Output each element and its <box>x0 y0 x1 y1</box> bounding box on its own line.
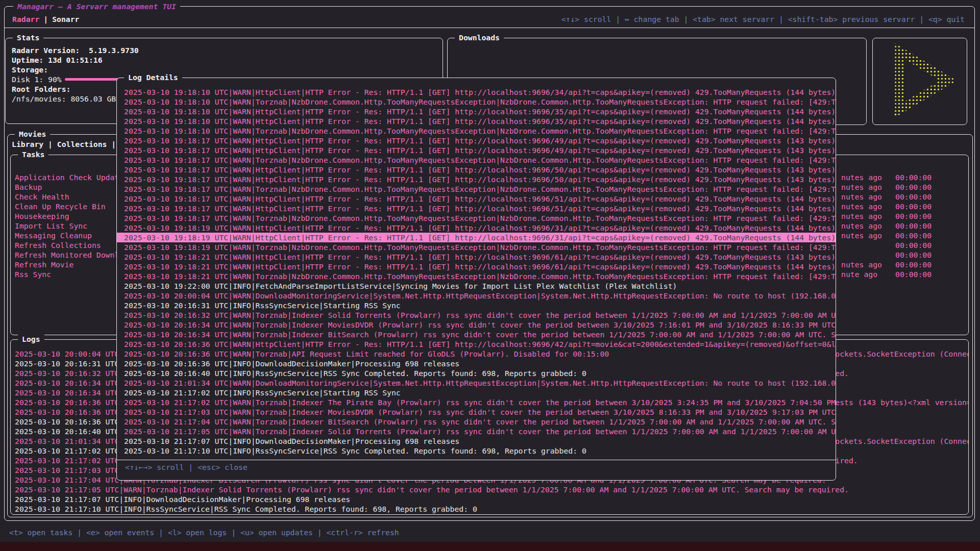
task-duration: 00:00:00 <box>895 250 932 260</box>
managarr-tui-screen: Managarr – A Servarr management TUI Rada… <box>0 0 980 551</box>
log-detail-row[interactable]: 2025-03-10 21:17:05 UTC|WARN|Torznab|Ind… <box>117 427 836 436</box>
task-name: Rss Sync <box>15 269 51 279</box>
radarr-version: Radarr Version: 5.19.3.9730 <box>12 45 443 55</box>
task-name: Refresh Collections <box>15 240 101 250</box>
log-detail-row[interactable]: 2025-03-10 21:17:03 UTC|WARN|Torznab|Ind… <box>117 407 836 417</box>
log-detail-row[interactable]: 2025-03-10 19:18:21 UTC|WARN|HttpClient|… <box>117 252 836 262</box>
log-detail-row[interactable]: 2025-03-10 19:18:17 UTC|WARN|Torznab|Nzb… <box>117 213 836 223</box>
log-row[interactable]: 2025-03-10 21:17:07 UTC|INFO|DownloadDec… <box>15 494 968 504</box>
header-separator <box>4 28 975 28</box>
log-detail-row[interactable]: 2025-03-10 20:00:04 UTC|WARN|DownloadMon… <box>117 291 836 300</box>
log-detail-row[interactable]: 2025-03-10 19:18:17 UTC|WARN|HttpClient|… <box>117 145 836 155</box>
log-detail-row[interactable]: 2025-03-10 19:18:10 UTC|WARN|HttpClient|… <box>117 116 836 126</box>
radarr-logo-icon <box>873 38 967 124</box>
app-title: Managarr – A Servarr management TUI <box>13 2 180 11</box>
log-detail-row[interactable]: 2025-03-10 21:01:34 UTC|WARN|DownloadMon… <box>117 378 836 388</box>
log-detail-row[interactable]: 2025-03-10 21:17:02 UTC|WARN|Torznab|Ind… <box>117 397 836 407</box>
log-detail-row[interactable]: 2025-03-10 19:18:17 UTC|WARN|HttpClient|… <box>117 194 836 204</box>
storage-label: Storage: <box>12 65 443 74</box>
task-duration: 00:00:00 <box>895 221 932 231</box>
log-detail-row[interactable]: 2025-03-10 21:17:02 UTC|INFO|RssSyncServ… <box>117 388 836 397</box>
task-duration: 00:00:00 <box>895 211 932 221</box>
log-row[interactable]: 2025-03-10 21:17:05 UTC|WARN|Torznab|Ind… <box>15 485 968 494</box>
log-detail-row[interactable]: 2025-03-10 19:18:17 UTC|WARN|HttpClient|… <box>117 174 836 184</box>
task-name: Backup <box>15 182 42 192</box>
log-details-modal: Log Details 2025-03-10 19:18:10 UTC|WARN… <box>116 78 836 481</box>
log-detail-row[interactable]: 2025-03-10 20:16:34 UTC|WARN|Torznab|Ind… <box>117 320 836 330</box>
log-detail-row[interactable]: 2025-03-10 20:16:36 UTC|WARN|HttpClient|… <box>117 339 836 349</box>
task-last-executed: nutes ago <box>841 202 882 211</box>
top-keybindings: <↑↓> scroll | ↔ change tab | <tab> next … <box>561 14 965 24</box>
downloads-panel-title: Downloads <box>455 33 504 42</box>
log-detail-row[interactable]: 2025-03-10 19:18:17 UTC|WARN|HttpClient|… <box>117 204 836 213</box>
task-duration: 00:00:00 <box>895 231 932 240</box>
log-details-list[interactable]: 2025-03-10 19:18:10 UTC|WARN|HttpClient|… <box>117 78 836 459</box>
log-detail-row[interactable]: 2025-03-10 19:18:10 UTC|WARN|Torznab|Nzb… <box>117 97 836 107</box>
log-detail-row[interactable]: 2025-03-10 19:18:19 UTC|WARN|Torznab|Nzb… <box>117 242 836 252</box>
desktop-background-strip <box>0 542 980 551</box>
log-detail-row[interactable]: 2025-03-10 19:18:17 UTC|WARN|Torznab|Nzb… <box>117 184 836 194</box>
movies-tabs[interactable]: Library | Collections | <box>12 139 116 149</box>
log-detail-row[interactable]: 2025-03-10 20:16:40 UTC|INFO|RssSyncServ… <box>117 368 836 378</box>
task-last-executed: nutes ago <box>841 192 882 202</box>
modal-keybindings: <↑↓←→> scroll | <esc> close <box>125 463 248 471</box>
task-last-executed: nutes ago <box>841 221 882 231</box>
task-name: Housekeeping <box>15 211 69 221</box>
log-detail-row[interactable]: 2025-03-10 19:18:10 UTC|WARN|HttpClient|… <box>117 87 836 97</box>
servarr-tabs: Radarr|Sonarr <box>12 14 79 24</box>
task-last-executed: nutes ago <box>841 182 882 192</box>
log-row[interactable]: 2025-03-10 21:17:10 UTC|INFO|RssSyncServ… <box>15 504 968 514</box>
log-detail-row[interactable]: 2025-03-10 21:17:10 UTC|INFO|RssSyncServ… <box>117 446 836 456</box>
task-duration: 00:00:00 <box>895 240 932 250</box>
log-detail-row[interactable]: 2025-03-10 20:16:31 UTC|INFO|RssSyncServ… <box>117 300 836 310</box>
tab-separator: | <box>39 15 52 23</box>
log-detail-row[interactable]: 2025-03-10 20:16:32 UTC|WARN|Torznab|Ind… <box>117 310 836 320</box>
task-duration: 00:00:00 <box>895 269 932 279</box>
uptime: Uptime: 13d 01:51:16 <box>12 55 443 65</box>
log-detail-row[interactable]: 2025-03-10 19:18:10 UTC|WARN|HttpClient|… <box>117 107 836 116</box>
log-detail-row-selected[interactable]: 2025-03-10 19:18:19 UTC|WARN|HttpClient|… <box>117 233 836 242</box>
log-detail-row[interactable]: 2025-03-10 19:18:19 UTC|WARN|HttpClient|… <box>117 223 836 233</box>
task-name: Clean Up Recycle Bin <box>15 202 106 211</box>
log-detail-row[interactable]: 2025-03-10 20:16:34 UTC|WARN|Torznab|Ind… <box>117 330 836 339</box>
movies-panel-title: Movies <box>15 129 50 139</box>
task-duration: 00:00:00 <box>895 182 932 192</box>
log-detail-row[interactable]: 2025-03-10 21:17:04 UTC|WARN|Torznab|Ind… <box>117 417 836 427</box>
task-last-executed: nute ago <box>841 269 877 279</box>
task-duration: 00:00:00 <box>895 192 932 202</box>
task-name: Import List Sync <box>15 221 87 231</box>
task-duration: 00:00:00 <box>895 172 932 182</box>
log-detail-row[interactable]: 2025-03-10 21:17:07 UTC|INFO|DownloadDec… <box>117 436 836 446</box>
task-name: Refresh Movie <box>15 260 74 269</box>
log-detail-row[interactable]: 2025-03-10 19:18:17 UTC|WARN|HttpClient|… <box>117 165 836 174</box>
log-detail-row[interactable]: 2025-03-10 19:18:21 UTC|WARN|Torznab|Nzb… <box>117 271 836 281</box>
tab-radarr[interactable]: Radarr <box>12 15 39 23</box>
tab-sonarr[interactable]: Sonarr <box>52 15 79 23</box>
log-detail-row[interactable]: 2025-03-10 20:16:36 UTC|INFO|DownloadDec… <box>117 359 836 368</box>
log-detail-row[interactable]: 2025-03-10 19:18:21 UTC|WARN|HttpClient|… <box>117 262 836 271</box>
bottom-keybindings: <t> open tasks | <e> open events | <l> o… <box>9 528 399 537</box>
modal-footer: <↑↓←→> scroll | <esc> close <box>117 460 836 472</box>
log-detail-row[interactable]: 2025-03-10 19:22:00 UTC|INFO|FetchAndPar… <box>117 281 836 291</box>
task-duration: 00:00:00 <box>895 202 932 211</box>
log-detail-row[interactable]: 2025-03-10 19:18:10 UTC|WARN|Torznab|Nzb… <box>117 126 836 136</box>
task-last-executed: nutes ago <box>841 172 882 182</box>
task-name: Check Health <box>15 192 69 202</box>
task-duration: 00:00:00 <box>895 260 932 269</box>
task-last-executed: nutes ago <box>841 231 882 240</box>
log-detail-row[interactable]: 2025-03-10 19:18:17 UTC|WARN|Torznab|Nzb… <box>117 155 836 165</box>
task-last-executed: nutes ago <box>841 211 882 221</box>
log-detail-row[interactable]: 2025-03-10 19:18:17 UTC|WARN|HttpClient|… <box>117 136 836 145</box>
task-last-executed: nutes ago <box>841 260 882 269</box>
task-name: Application Check Update <box>15 172 124 182</box>
disk-usage-bar <box>65 78 123 81</box>
logo-panel <box>872 38 967 125</box>
log-detail-row[interactable]: 2025-03-10 20:16:36 UTC|WARN|Torznab|API… <box>117 349 836 359</box>
task-name: Messaging Cleanup <box>15 231 92 240</box>
